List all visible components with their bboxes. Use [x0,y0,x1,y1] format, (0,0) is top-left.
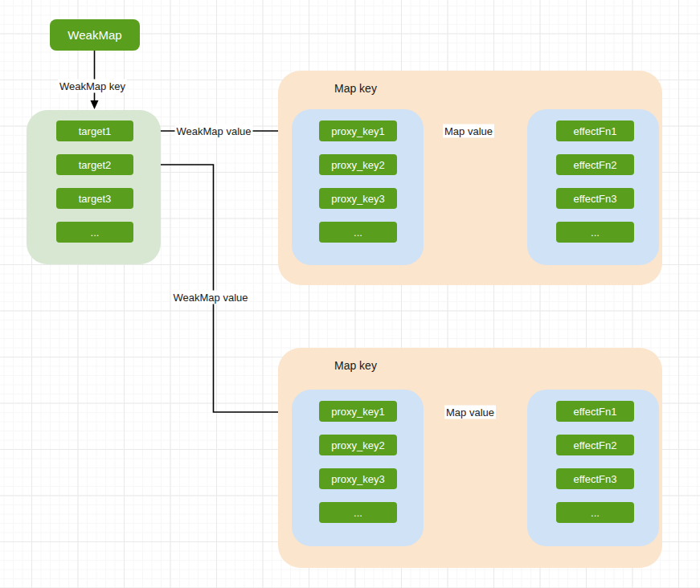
effect-fn-node-1[interactable]: effectFn1 [556,401,634,422]
target-node-2[interactable]: target2 [56,154,133,175]
effect-fn-node-ellipsis[interactable]: ... [556,502,634,523]
proxy-key-node-2[interactable]: proxy_key2 [319,435,397,455]
effect-fn-node-2[interactable]: effectFn2 [556,435,634,455]
proxy-key-node-1[interactable]: proxy_key1 [319,401,397,422]
weakmap-node[interactable]: WeakMap [50,19,140,51]
proxy-key-node-ellipsis[interactable]: ... [319,222,397,243]
map-key-title-top: Map key [334,82,377,95]
effect-fn-node-2[interactable]: effectFn2 [556,154,634,175]
proxy-key-group-bottom[interactable]: proxy_key1 proxy_key2 proxy_key3 ... [292,390,424,546]
proxy-key-node-2[interactable]: proxy_key2 [319,154,397,175]
effect-fn-node-1[interactable]: effectFn1 [556,120,634,141]
map-container-top[interactable]: Map key proxy_key1 proxy_key2 proxy_key3… [278,71,662,285]
effect-fn-node-3[interactable]: effectFn3 [556,188,634,209]
effect-fn-node-ellipsis[interactable]: ... [556,222,634,243]
map-container-bottom[interactable]: Map key proxy_key1 proxy_key2 proxy_key3… [278,348,662,568]
target-node-3[interactable]: target3 [56,188,133,209]
edge-label-weakmap-value-top[interactable]: WeakMap value [175,125,253,138]
diagram-canvas: WeakMap target1 target2 target3 ... Map … [0,0,700,588]
target-node-1[interactable]: target1 [56,120,133,141]
map-key-title-bottom: Map key [334,359,377,372]
effect-fn-group-top[interactable]: effectFn1 effectFn2 effectFn3 ... [527,109,659,265]
edge-label-map-value-bottom[interactable]: Map value [444,406,496,419]
edge-label-map-value-top[interactable]: Map value [443,125,494,138]
effect-fn-group-bottom[interactable]: effectFn1 effectFn2 effectFn3 ... [527,390,659,546]
proxy-key-node-ellipsis[interactable]: ... [319,502,397,523]
edge-label-weakmap-value-bottom[interactable]: WeakMap value [172,291,250,304]
effect-fn-node-3[interactable]: effectFn3 [556,468,634,489]
proxy-key-group-top[interactable]: proxy_key1 proxy_key2 proxy_key3 ... [292,109,424,265]
edge-label-weakmap-key[interactable]: WeakMap key [58,80,127,93]
proxy-key-node-3[interactable]: proxy_key3 [319,188,397,209]
target-node-ellipsis[interactable]: ... [56,222,133,243]
proxy-key-node-1[interactable]: proxy_key1 [319,120,397,141]
proxy-key-node-3[interactable]: proxy_key3 [319,468,397,489]
target-group-container[interactable]: target1 target2 target3 ... [27,110,161,264]
